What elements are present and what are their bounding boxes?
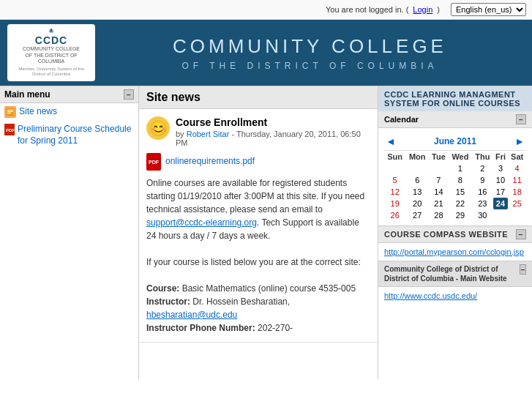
calendar-next[interactable]: ► — [514, 135, 525, 147]
compass-toggle[interactable]: − — [516, 229, 526, 239]
cal-day[interactable]: 3 — [493, 163, 509, 174]
cal-day[interactable]: 7 — [429, 174, 449, 186]
sidebar-link-courseschedule[interactable]: Preliminary Course Schedule for Spring 2… — [18, 124, 134, 146]
ccdc-website-link[interactable]: http://www.ccdc.usdc.edu/ — [384, 291, 477, 300]
calendar-header: Calendar − — [378, 111, 532, 128]
cal-day[interactable]: 1 — [449, 163, 472, 174]
cal-day[interactable]: 30 — [472, 209, 493, 221]
cal-header-tue: Tue — [429, 151, 449, 163]
ccdc-website-toggle[interactable]: − — [520, 264, 526, 275]
cal-day[interactable]: 21 — [429, 198, 449, 209]
cal-day[interactable]: 26 — [384, 209, 405, 221]
cal-day — [508, 209, 526, 221]
svg-rect-7 — [7, 110, 13, 111]
member-text: Member, University System of the Distric… — [12, 67, 91, 77]
cal-day[interactable]: 27 — [405, 209, 429, 221]
cal-day[interactable]: 29 — [449, 209, 472, 221]
cal-day — [405, 163, 429, 174]
email-link[interactable]: support@ccdc-elearning.org — [146, 217, 257, 228]
post-avatar: 😊 — [146, 116, 170, 140]
cal-day[interactable]: 23 — [472, 198, 493, 209]
language-select[interactable]: English (en_us) — [451, 3, 526, 16]
calendar-title: Calendar — [384, 115, 419, 124]
svg-point-5 — [51, 29, 52, 29]
instructor-value: Dr. Hossein Besharatian, — [192, 297, 290, 307]
instructor-email[interactable]: hbesharatian@udc.edu — [146, 310, 237, 320]
cal-day[interactable]: 20 — [405, 198, 429, 209]
cal-header-sun: Sun — [384, 151, 405, 163]
instructor-label: Instructor: — [146, 297, 190, 307]
main-container: Main menu − Site news PDF Preliminary Co… — [0, 86, 532, 379]
cal-day[interactable]: 12 — [384, 186, 405, 198]
doc-icon: PDF — [4, 124, 15, 135]
cal-day[interactable]: 22 — [449, 198, 472, 209]
cal-day[interactable]: 10 — [493, 174, 509, 186]
course-label: Course: — [146, 283, 179, 294]
cal-day[interactable]: 28 — [429, 209, 449, 221]
cal-day[interactable]: 2 — [472, 163, 493, 174]
cal-day[interactable]: 15 — [449, 186, 472, 198]
svg-text:PDF: PDF — [6, 128, 15, 133]
author-link[interactable]: Robert Sitar — [187, 130, 230, 138]
cal-day[interactable]: 6 — [405, 174, 429, 186]
cal-day[interactable]: 13 — [405, 186, 429, 198]
calendar-toggle[interactable]: − — [516, 114, 526, 124]
login-close: ) — [437, 5, 440, 14]
calendar-section: Calendar − ◄ June 2011 ► Sun Mon Tue Wed — [378, 111, 532, 225]
not-logged-in-text: You are not logged in. ( — [326, 5, 408, 14]
cal-day[interactable]: 16 — [472, 186, 493, 198]
post-author: by Robert Sitar - Thursday, January 20, … — [176, 130, 370, 147]
compass-header: COURSE COMPASS WEBSITE − — [378, 225, 532, 243]
cal-day[interactable]: 25 — [508, 198, 526, 209]
logo-text: CCDC — [35, 34, 67, 46]
calendar-table: Sun Mon Tue Wed Thu Fri Sat 123456789101… — [384, 151, 526, 221]
post-title: Course Enrollment — [176, 116, 370, 128]
cal-day[interactable]: 14 — [429, 186, 449, 198]
sidebar-title: Main menu — [4, 89, 50, 100]
center-section-title: Site news — [139, 86, 378, 109]
cal-day[interactable]: 11 — [508, 174, 526, 186]
cal-day[interactable]: 18 — [508, 186, 526, 198]
cal-day[interactable]: 17 — [493, 186, 509, 198]
post-attachment[interactable]: PDF onlinerequirements.pdf — [146, 153, 370, 171]
compass-link[interactable]: http://portal.mypearson.com/cclogin.jsp — [384, 247, 524, 256]
phone-value: 202-270- — [258, 323, 293, 333]
instructor-line: Instructor: Dr. Hossein Besharatian,hbes… — [146, 295, 370, 321]
author-prefix: by — [176, 130, 187, 138]
cal-day[interactable]: 8 — [449, 174, 472, 186]
login-link[interactable]: Login — [413, 5, 432, 14]
college-subtitle: of the District of Columbia — [95, 61, 525, 71]
sidebar-toggle[interactable]: − — [124, 89, 134, 100]
header-title: Community College of the District of Col… — [95, 35, 525, 71]
site-news-icon — [4, 106, 16, 118]
center-content: Site news 😊 Course Enrollment by Robert … — [139, 86, 378, 379]
cal-day[interactable]: 24 — [493, 198, 509, 209]
cal-day — [493, 209, 509, 221]
body-p1: Online courses are available for registe… — [146, 178, 364, 215]
svg-rect-2 — [50, 31, 53, 32]
calendar-prev[interactable]: ◄ — [386, 135, 396, 147]
cal-day[interactable]: 19 — [384, 198, 405, 209]
phone-label: Instructor Phone Number: — [146, 323, 255, 333]
logo-area: CCDC COMMUNITY COLLEGEOF THE DISTRICT OF… — [7, 24, 95, 81]
ccdc-website-header: Community College of District of Distric… — [378, 261, 532, 287]
cal-header-fri: Fri — [493, 151, 509, 163]
phone-line: Instructor Phone Number: 202-270- — [146, 321, 370, 335]
ccdc-website-body: http://www.ccdc.usdc.edu/ — [378, 287, 532, 305]
cal-day[interactable]: 4 — [508, 163, 526, 174]
sidebar-item-sitenews[interactable]: Site news — [0, 103, 138, 121]
logo-subtext: COMMUNITY COLLEGEOF THE DISTRICT OF COLU… — [12, 46, 91, 64]
cal-day[interactable]: 9 — [472, 174, 493, 186]
cal-header-wed: Wed — [449, 151, 472, 163]
cal-day[interactable]: 5 — [384, 174, 405, 186]
cal-header-mon: Mon — [405, 151, 429, 163]
ccdc-website-title: Community College of District of Distric… — [384, 264, 520, 283]
sidebar-header: Main menu − — [0, 86, 138, 103]
compass-title: COURSE COMPASS WEBSITE — [384, 230, 508, 239]
sidebar-link-sitenews[interactable]: Site news — [19, 106, 57, 118]
course-line: Course: Basic Mathematics (online) cours… — [146, 282, 370, 295]
sidebar-item-courseschedule[interactable]: PDF Preliminary Course Schedule for Spri… — [0, 121, 138, 149]
attachment-link[interactable]: onlinerequirements.pdf — [165, 156, 255, 168]
dome-icon — [37, 29, 66, 33]
login-area: You are not logged in. (Login) English (… — [326, 3, 526, 16]
